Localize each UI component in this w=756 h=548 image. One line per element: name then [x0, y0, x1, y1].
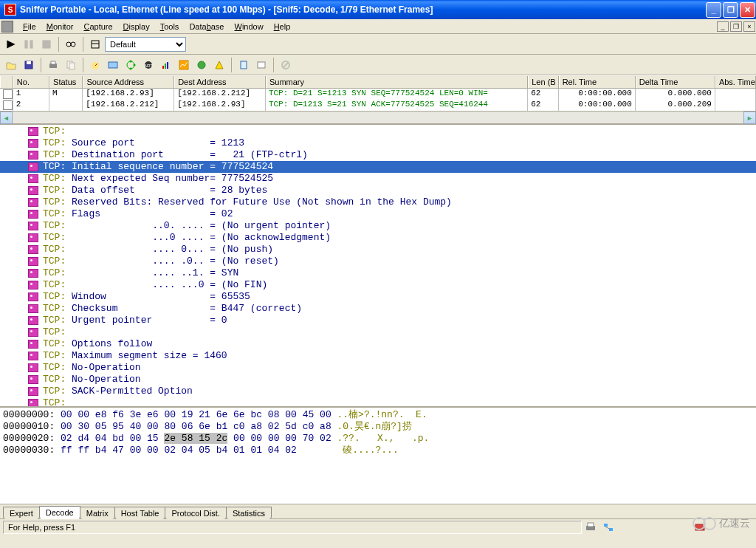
svg-point-19 — [134, 64, 136, 66]
dashboard-icon[interactable] — [87, 57, 103, 73]
app-icon: S — [4, 4, 16, 16]
decode-line[interactable]: TCP: Maximum segment size = 1460 — [0, 350, 756, 362]
column-header[interactable]: Abs. Time — [715, 76, 756, 88]
menu-capture[interactable]: Capture — [78, 21, 117, 32]
decode-line[interactable]: TCP: Urgent pointer = 0 — [0, 315, 756, 326]
column-header[interactable]: Len (B — [528, 76, 558, 88]
tab-hosttable[interactable]: Host Table — [114, 507, 166, 519]
column-header[interactable]: Source Address — [83, 76, 174, 88]
menu-file[interactable]: File — [18, 21, 41, 32]
decode-line[interactable]: TCP: — [0, 397, 756, 408]
column-header[interactable]: Dest Address — [174, 76, 266, 88]
menu-monitor[interactable]: Monitor — [41, 21, 79, 32]
column-header[interactable]: Summary — [266, 76, 528, 88]
decode-line[interactable]: TCP: — [0, 126, 756, 137]
decode-line[interactable]: TCP: Reserved Bits: Reserved for Future … — [0, 196, 756, 208]
status-help: For Help, press F1 — [3, 521, 582, 534]
hex-line[interactable]: 00000010: 00 30 05 95 40 00 80 06 6e b1 … — [3, 421, 753, 433]
packet-row[interactable]: 1 M [192.168.2.93] [192.168.2.212] TCP: … — [0, 89, 756, 100]
mdi-close[interactable]: × — [743, 21, 755, 32]
menu-display[interactable]: Display — [118, 21, 155, 32]
decode-line[interactable]: TCP: ...0 .... = (No acknowledgment) — [0, 232, 756, 244]
decode-line[interactable]: TCP: Source port = 1213 — [0, 137, 756, 149]
menu-window[interactable]: Window — [230, 21, 269, 32]
matrix-icon[interactable] — [123, 57, 139, 73]
address-book-icon[interactable] — [236, 57, 252, 73]
decode-line[interactable]: TCP: — [0, 326, 756, 338]
column-header[interactable]: Delta Time — [636, 76, 715, 88]
decode-line[interactable]: TCP: No-Operation — [0, 374, 756, 386]
decode-line[interactable]: TCP: SACK-Permitted Option — [0, 386, 756, 397]
toolbar-capture: Default — [0, 34, 756, 55]
alarm-icon[interactable] — [211, 57, 227, 73]
decode-line[interactable]: TCP: Flags = 02 — [0, 208, 756, 220]
decode-line[interactable]: TCP: .... .0.. = (No reset) — [0, 256, 756, 267]
decode-line[interactable]: TCP: Window = 65535 — [0, 291, 756, 303]
tab-protocoldist[interactable]: Protocol Dist. — [165, 507, 226, 519]
save-icon[interactable] — [21, 57, 37, 73]
disabled-icon[interactable] — [278, 57, 294, 73]
tab-expert[interactable]: Expert — [3, 507, 40, 519]
scroll-left-icon[interactable]: ◄ — [0, 112, 13, 124]
play-button[interactable] — [3, 36, 19, 52]
smartscreen-icon[interactable] — [253, 57, 269, 73]
menu-database[interactable]: Database — [184, 21, 229, 32]
column-header[interactable]: Status — [49, 76, 83, 88]
maximize-button[interactable]: ❐ — [723, 2, 738, 18]
protocol-dist-icon[interactable] — [158, 57, 174, 73]
decode-line[interactable]: TCP: .... ...0 = (No FIN) — [0, 279, 756, 291]
decode-item-icon — [28, 245, 38, 254]
grid-hscroll[interactable]: ◄ ► — [0, 111, 756, 123]
mdi-minimize[interactable]: _ — [717, 21, 729, 32]
status-printer-icon — [585, 521, 597, 533]
print-icon[interactable] — [45, 57, 61, 73]
column-header[interactable]: Rel. Time — [559, 76, 636, 88]
decode-item-icon — [28, 257, 38, 266]
row-checkbox[interactable] — [3, 89, 13, 99]
hex-line[interactable]: 00000030: ff ff b4 47 00 00 02 04 05 b4 … — [3, 445, 753, 456]
hex-pane[interactable]: 00000000: 00 00 e8 f6 3e e6 00 19 21 6e … — [0, 408, 756, 504]
menu-help[interactable]: Help — [269, 21, 296, 32]
open-icon[interactable] — [3, 57, 19, 73]
stop-button[interactable] — [38, 36, 55, 52]
decode-line[interactable]: TCP: No-Operation — [0, 362, 756, 374]
hex-line[interactable]: 00000020: 02 d4 04 bd 00 15 2e 58 15 2c … — [3, 433, 753, 445]
row-checkbox[interactable] — [3, 100, 13, 110]
binoculars-icon[interactable] — [63, 36, 79, 52]
decode-line[interactable]: TCP: Destination port = 21 (FTP-ctrl) — [0, 149, 756, 161]
history-icon[interactable] — [176, 57, 192, 73]
copy-icon[interactable] — [63, 57, 79, 73]
host-table-icon[interactable] — [105, 57, 121, 73]
filter-select[interactable]: Default — [105, 37, 186, 52]
svg-rect-23 — [162, 66, 164, 69]
decode-line[interactable]: TCP: ..0. .... = (No urgent pointer) — [0, 220, 756, 232]
global-stats-icon[interactable] — [193, 57, 210, 73]
decode-line[interactable]: TCP: .... 0... = (No push) — [0, 244, 756, 256]
decode-item-icon — [28, 233, 38, 242]
packet-row[interactable]: 2 [192.168.2.212] [192.168.2.93] TCP: D=… — [0, 100, 756, 111]
menu-tools[interactable]: Tools — [155, 21, 185, 32]
tab-statistics[interactable]: Statistics — [226, 507, 272, 519]
pause-button[interactable] — [21, 36, 37, 52]
hex-line[interactable]: 00000000: 00 00 e8 f6 3e e6 00 19 21 6e … — [3, 409, 753, 421]
decode-item-icon — [28, 162, 38, 171]
scroll-right-icon[interactable]: ► — [743, 112, 756, 124]
mdi-restore[interactable]: ❐ — [730, 21, 742, 32]
decode-line[interactable]: TCP: Initial sequence number = 777524524 — [0, 161, 756, 173]
menu-bar: File Monitor Capture Display Tools Datab… — [0, 19, 756, 34]
settings-icon[interactable] — [87, 36, 103, 52]
column-header[interactable]: No. — [13, 76, 49, 88]
decode-pane[interactable]: TCP: TCP: Source port = 1213 TCP: Destin… — [0, 123, 756, 408]
decode-line[interactable]: TCP: Data offset = 28 bytes — [0, 185, 756, 196]
tab-decode[interactable]: Decode — [39, 506, 80, 519]
decode-item-icon — [28, 328, 38, 337]
decode-line[interactable]: TCP: Checksum = B447 (correct) — [0, 303, 756, 315]
tab-matrix[interactable]: Matrix — [80, 507, 115, 519]
close-button[interactable]: ✕ — [740, 2, 755, 18]
decode-line[interactable]: TCP: Next expected Seq number= 777524525 — [0, 173, 756, 185]
decode-line[interactable]: TCP: .... ..1. = SYN — [0, 267, 756, 279]
decode-line[interactable]: TCP: Options follow — [0, 338, 756, 350]
svg-point-27 — [198, 61, 205, 69]
art-icon[interactable]: ART — [140, 57, 157, 73]
minimize-button[interactable]: _ — [706, 2, 721, 18]
